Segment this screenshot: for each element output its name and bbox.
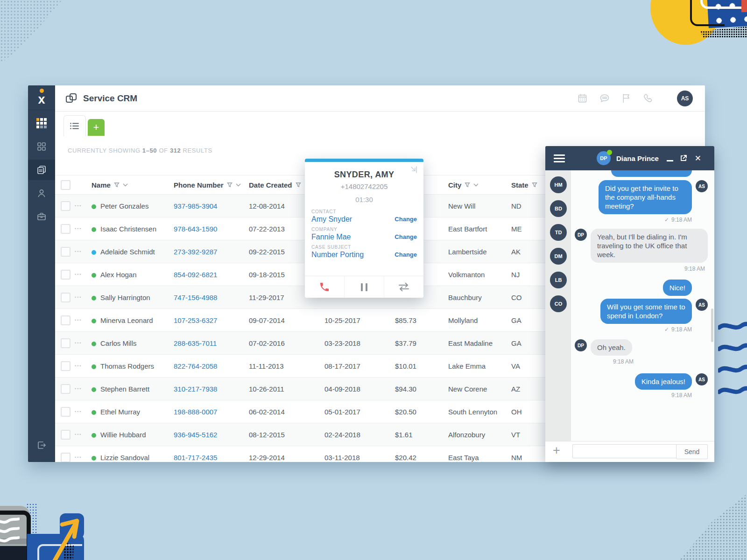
row-menu-icon[interactable]: ••• [75,203,92,208]
row-menu-icon[interactable]: ••• [75,295,92,300]
sidebar-item-contacts[interactable] [28,183,55,203]
flag-icon[interactable] [622,93,631,103]
row-checkbox[interactable] [61,201,70,211]
date-secondary-cell: 03-11-2018 [324,454,395,462]
row-checkbox[interactable] [61,338,70,348]
app-switcher-icon[interactable] [65,93,78,104]
phone-link[interactable]: 107-253-6327 [174,316,249,324]
phone-link[interactable]: 288-635-7011 [174,339,249,347]
filter-icon[interactable] [532,182,537,188]
row-menu-icon[interactable]: ••• [75,386,92,391]
phone-link[interactable]: 978-643-1590 [174,225,249,233]
row-menu-icon[interactable]: ••• [75,272,92,277]
phone-link[interactable]: 854-092-6821 [174,271,249,279]
filter-icon[interactable] [114,182,120,188]
hangup-button[interactable] [305,276,344,298]
tab-list-view[interactable] [63,115,86,136]
message-bubble: Did you get the invite to the company al… [599,180,692,214]
field-label: CASE SUBJECT [311,245,417,250]
chevron-down-icon[interactable] [236,183,241,187]
conversation-avatar[interactable]: TD [550,224,567,241]
close-chat-button[interactable]: ✕ [695,146,701,170]
status-dot [92,342,96,346]
popout-chat-button[interactable] [680,146,687,170]
row-menu-icon[interactable]: ••• [75,226,92,231]
message-meta: 9:18 AM [574,266,705,272]
column-header-name[interactable]: Name [92,181,174,189]
row-menu-icon[interactable]: ••• [75,409,92,414]
conversation-avatar[interactable]: BD [550,200,567,217]
conversation-avatar[interactable]: CO [550,295,567,312]
popout-icon[interactable] [410,166,418,174]
sidebar-item-modules[interactable] [28,136,55,157]
phone-icon[interactable] [643,93,653,103]
chevron-down-icon[interactable] [123,183,128,187]
hold-button[interactable] [344,276,384,298]
state-cell: CO [511,294,549,301]
conversation-avatar[interactable]: HM [550,176,567,193]
row-menu-icon[interactable]: ••• [75,341,92,345]
decor-illustration-bottom-left [0,485,114,560]
change-company-button[interactable]: Change [395,233,417,240]
chevron-down-icon[interactable] [473,183,479,187]
phone-link[interactable]: 310-217-7938 [174,385,249,393]
city-cell: East Madaline [448,339,511,347]
row-checkbox[interactable] [61,430,70,440]
row-menu-icon[interactable]: ••• [75,249,92,254]
row-checkbox[interactable] [61,384,70,394]
select-all-checkbox[interactable] [61,180,70,190]
row-menu-icon[interactable]: ••• [75,364,92,368]
chat-bubble-icon[interactable] [599,93,610,103]
call-controls [305,276,423,298]
column-header-city[interactable]: City [448,181,511,189]
chat-input[interactable] [572,444,680,458]
user-avatar[interactable]: AS [677,91,693,106]
phone-link[interactable]: 937-985-3904 [174,202,249,210]
attach-button[interactable]: + [553,443,560,458]
change-contact-button[interactable]: Change [395,216,417,223]
contact-name: Sally Harrington [100,294,150,301]
hamburger-menu-icon[interactable] [554,153,565,164]
minimize-button[interactable] [667,146,673,170]
row-checkbox[interactable] [61,407,70,417]
calendar-icon[interactable] [578,93,587,103]
row-checkbox[interactable] [61,361,70,371]
row-checkbox[interactable] [61,315,70,325]
phone-link[interactable]: 747-156-4988 [174,294,249,301]
chat-scrollbar[interactable] [711,308,713,342]
sidebar-item-sign-out[interactable] [28,435,55,455]
avatar: DP [575,339,587,351]
chat-contact-avatar[interactable]: DP [597,151,611,165]
phone-link[interactable]: 936-945-5162 [174,431,249,439]
sidebar-item-documents[interactable] [28,160,55,180]
header-icons [578,93,653,103]
phone-link[interactable]: 801-717-2435 [174,454,249,462]
row-menu-icon[interactable]: ••• [75,455,92,460]
transfer-button[interactable] [384,276,423,298]
column-header-state[interactable]: State [511,181,549,189]
change-case-button[interactable]: Change [395,251,417,258]
send-button[interactable]: Send [676,444,708,459]
column-header-phone[interactable]: Phone Number [174,181,249,189]
filter-icon[interactable] [227,182,233,188]
row-checkbox[interactable] [61,247,70,257]
sidebar-item-briefcase[interactable] [28,206,55,227]
conversation-avatar[interactable]: LB [550,272,567,288]
sidebar-item-app-grid[interactable] [28,113,55,133]
row-menu-icon[interactable]: ••• [75,432,92,437]
filter-icon[interactable] [465,182,470,188]
phone-link[interactable]: 822-764-2058 [174,362,249,370]
row-checkbox[interactable] [61,270,70,280]
date-secondary-cell: 05-01-2017 [324,408,395,416]
nextiva-logo[interactable]: x [28,85,55,110]
conversation-avatar[interactable]: DM [550,248,567,265]
row-checkbox[interactable] [61,453,70,462]
row-checkbox[interactable] [61,293,70,302]
phone-link[interactable]: 198-888-0007 [174,408,249,416]
phone-link[interactable]: 273-392-9287 [174,248,249,256]
date-created-cell: 09-07-2014 [249,316,324,324]
row-checkbox[interactable] [61,224,70,234]
add-tab-button[interactable]: + [88,119,105,136]
filter-icon[interactable] [296,182,301,188]
row-menu-icon[interactable]: ••• [75,318,92,322]
